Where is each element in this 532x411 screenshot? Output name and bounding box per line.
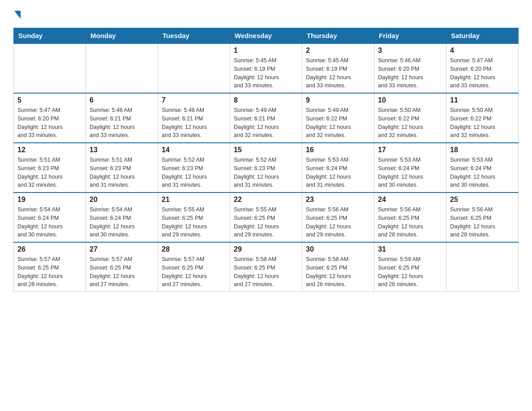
day-cell-30: 30Sunrise: 5:58 AM Sunset: 6:25 PM Dayli… [302,242,374,292]
day-cell-18: 18Sunrise: 5:53 AM Sunset: 6:24 PM Dayli… [446,143,519,193]
day-header-friday: Friday [374,28,446,44]
day-number: 30 [306,245,370,253]
day-info: Sunrise: 5:48 AM Sunset: 6:21 PM Dayligh… [162,106,226,140]
day-cell-1: 1Sunrise: 5:45 AM Sunset: 6:19 PM Daylig… [230,43,302,93]
day-cell-9: 9Sunrise: 5:49 AM Sunset: 6:22 PM Daylig… [302,93,374,143]
day-number: 27 [90,245,154,253]
day-cell-2: 2Sunrise: 5:45 AM Sunset: 6:19 PM Daylig… [302,43,374,93]
day-cell-5: 5Sunrise: 5:47 AM Sunset: 6:20 PM Daylig… [14,93,86,143]
calendar-header-row: SundayMondayTuesdayWednesdayThursdayFrid… [14,28,519,44]
day-info: Sunrise: 5:56 AM Sunset: 6:25 PM Dayligh… [306,206,370,239]
day-number: 7 [162,96,226,104]
day-header-wednesday: Wednesday [230,28,302,44]
day-number: 31 [378,245,442,253]
day-number: 24 [378,196,442,204]
week-row-2: 5Sunrise: 5:47 AM Sunset: 6:20 PM Daylig… [14,93,519,143]
day-cell-7: 7Sunrise: 5:48 AM Sunset: 6:21 PM Daylig… [158,93,230,143]
day-cell-16: 16Sunrise: 5:53 AM Sunset: 6:24 PM Dayli… [302,143,374,193]
day-number: 11 [450,96,515,104]
day-number: 10 [378,96,442,104]
day-number: 8 [234,96,298,104]
day-cell-8: 8Sunrise: 5:49 AM Sunset: 6:21 PM Daylig… [230,93,302,143]
day-cell-25: 25Sunrise: 5:56 AM Sunset: 6:25 PM Dayli… [446,193,519,242]
day-cell-12: 12Sunrise: 5:51 AM Sunset: 6:23 PM Dayli… [14,143,86,193]
day-cell-28: 28Sunrise: 5:57 AM Sunset: 6:25 PM Dayli… [158,242,230,292]
day-info: Sunrise: 5:46 AM Sunset: 6:20 PM Dayligh… [378,56,442,90]
day-header-sunday: Sunday [14,28,86,44]
day-number: 17 [378,146,442,154]
day-info: Sunrise: 5:51 AM Sunset: 6:23 PM Dayligh… [90,156,154,189]
day-number: 9 [306,96,370,104]
day-info: Sunrise: 5:54 AM Sunset: 6:24 PM Dayligh… [17,206,82,239]
day-cell-20: 20Sunrise: 5:54 AM Sunset: 6:24 PM Dayli… [86,193,158,242]
week-row-1: 1Sunrise: 5:45 AM Sunset: 6:19 PM Daylig… [14,43,519,93]
day-cell-3: 3Sunrise: 5:46 AM Sunset: 6:20 PM Daylig… [374,43,446,93]
day-number: 19 [17,196,82,204]
day-cell-17: 17Sunrise: 5:53 AM Sunset: 6:24 PM Dayli… [374,143,446,193]
day-info: Sunrise: 5:45 AM Sunset: 6:19 PM Dayligh… [234,56,298,90]
day-info: Sunrise: 5:58 AM Sunset: 6:25 PM Dayligh… [306,255,370,289]
day-cell-21: 21Sunrise: 5:55 AM Sunset: 6:25 PM Dayli… [158,193,230,242]
day-info: Sunrise: 5:49 AM Sunset: 6:21 PM Dayligh… [234,106,298,140]
calendar-table: SundayMondayTuesdayWednesdayThursdayFrid… [13,28,519,292]
day-cell-6: 6Sunrise: 5:48 AM Sunset: 6:21 PM Daylig… [86,93,158,143]
day-number: 26 [17,245,82,253]
day-cell-24: 24Sunrise: 5:56 AM Sunset: 6:25 PM Dayli… [374,193,446,242]
day-header-tuesday: Tuesday [158,28,230,44]
day-cell-29: 29Sunrise: 5:58 AM Sunset: 6:25 PM Dayli… [230,242,302,292]
day-info: Sunrise: 5:45 AM Sunset: 6:19 PM Dayligh… [306,56,370,90]
day-number: 6 [90,96,154,104]
day-number: 14 [162,146,226,154]
empty-cell [14,43,86,93]
day-info: Sunrise: 5:52 AM Sunset: 6:23 PM Dayligh… [162,156,226,189]
day-number: 28 [162,245,226,253]
day-info: Sunrise: 5:56 AM Sunset: 6:25 PM Dayligh… [450,206,515,239]
day-number: 12 [17,146,82,154]
day-cell-14: 14Sunrise: 5:52 AM Sunset: 6:23 PM Dayli… [158,143,230,193]
logo [13,9,21,19]
day-number: 3 [378,47,442,55]
day-info: Sunrise: 5:55 AM Sunset: 6:25 PM Dayligh… [162,206,226,239]
day-number: 15 [234,146,298,154]
day-number: 4 [450,47,515,55]
day-number: 2 [306,47,370,55]
day-info: Sunrise: 5:50 AM Sunset: 6:22 PM Dayligh… [378,106,442,140]
day-number: 1 [234,47,298,55]
day-info: Sunrise: 5:47 AM Sunset: 6:20 PM Dayligh… [17,106,82,140]
day-header-thursday: Thursday [302,28,374,44]
empty-cell [446,242,519,292]
day-number: 22 [234,196,298,204]
logo-arrow-icon [14,11,21,19]
page-header [13,9,519,19]
day-header-saturday: Saturday [446,28,519,44]
day-info: Sunrise: 5:55 AM Sunset: 6:25 PM Dayligh… [234,206,298,239]
day-info: Sunrise: 5:52 AM Sunset: 6:23 PM Dayligh… [234,156,298,189]
day-cell-26: 26Sunrise: 5:57 AM Sunset: 6:25 PM Dayli… [14,242,86,292]
day-info: Sunrise: 5:57 AM Sunset: 6:25 PM Dayligh… [17,255,82,289]
day-cell-27: 27Sunrise: 5:57 AM Sunset: 6:25 PM Dayli… [86,242,158,292]
day-cell-19: 19Sunrise: 5:54 AM Sunset: 6:24 PM Dayli… [14,193,86,242]
day-info: Sunrise: 5:53 AM Sunset: 6:24 PM Dayligh… [450,156,515,189]
day-cell-10: 10Sunrise: 5:50 AM Sunset: 6:22 PM Dayli… [374,93,446,143]
day-info: Sunrise: 5:58 AM Sunset: 6:25 PM Dayligh… [234,255,298,289]
day-info: Sunrise: 5:59 AM Sunset: 6:25 PM Dayligh… [378,255,442,289]
day-info: Sunrise: 5:56 AM Sunset: 6:25 PM Dayligh… [378,206,442,239]
week-row-5: 26Sunrise: 5:57 AM Sunset: 6:25 PM Dayli… [14,242,519,292]
day-cell-31: 31Sunrise: 5:59 AM Sunset: 6:25 PM Dayli… [374,242,446,292]
day-cell-23: 23Sunrise: 5:56 AM Sunset: 6:25 PM Dayli… [302,193,374,242]
day-number: 16 [306,146,370,154]
day-cell-15: 15Sunrise: 5:52 AM Sunset: 6:23 PM Dayli… [230,143,302,193]
day-info: Sunrise: 5:49 AM Sunset: 6:22 PM Dayligh… [306,106,370,140]
day-number: 21 [162,196,226,204]
day-cell-13: 13Sunrise: 5:51 AM Sunset: 6:23 PM Dayli… [86,143,158,193]
day-info: Sunrise: 5:48 AM Sunset: 6:21 PM Dayligh… [90,106,154,140]
week-row-4: 19Sunrise: 5:54 AM Sunset: 6:24 PM Dayli… [14,193,519,242]
day-info: Sunrise: 5:50 AM Sunset: 6:22 PM Dayligh… [450,106,515,140]
day-info: Sunrise: 5:57 AM Sunset: 6:25 PM Dayligh… [162,255,226,289]
day-info: Sunrise: 5:54 AM Sunset: 6:24 PM Dayligh… [90,206,154,239]
day-header-monday: Monday [86,28,158,44]
day-info: Sunrise: 5:53 AM Sunset: 6:24 PM Dayligh… [306,156,370,189]
day-number: 25 [450,196,515,204]
empty-cell [86,43,158,93]
day-cell-11: 11Sunrise: 5:50 AM Sunset: 6:22 PM Dayli… [446,93,519,143]
